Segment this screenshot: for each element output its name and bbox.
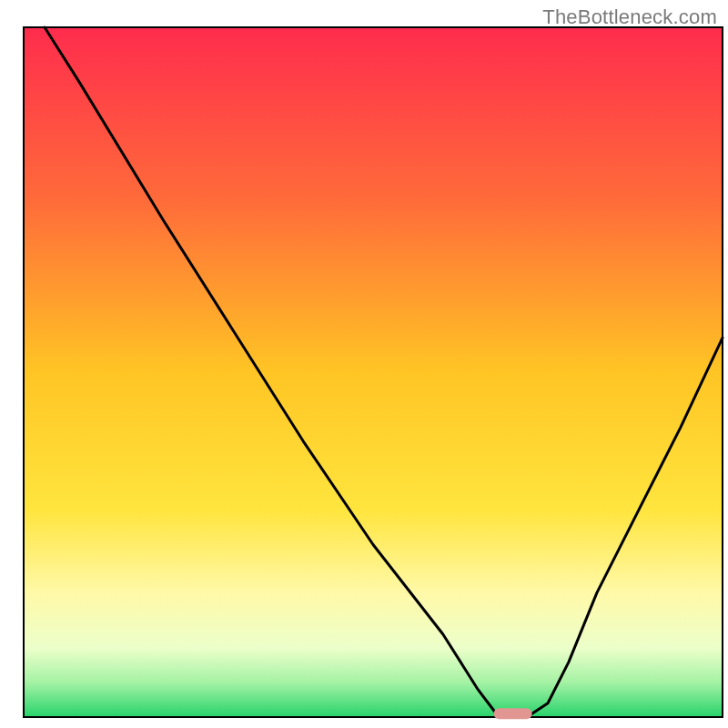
heat-field: [24, 27, 723, 717]
attribution-link[interactable]: TheBottleneck.com: [542, 5, 717, 29]
chart-container: TheBottleneck.com: [0, 0, 728, 728]
current-position-marker: [494, 708, 532, 719]
bottleneck-chart: [0, 0, 728, 728]
